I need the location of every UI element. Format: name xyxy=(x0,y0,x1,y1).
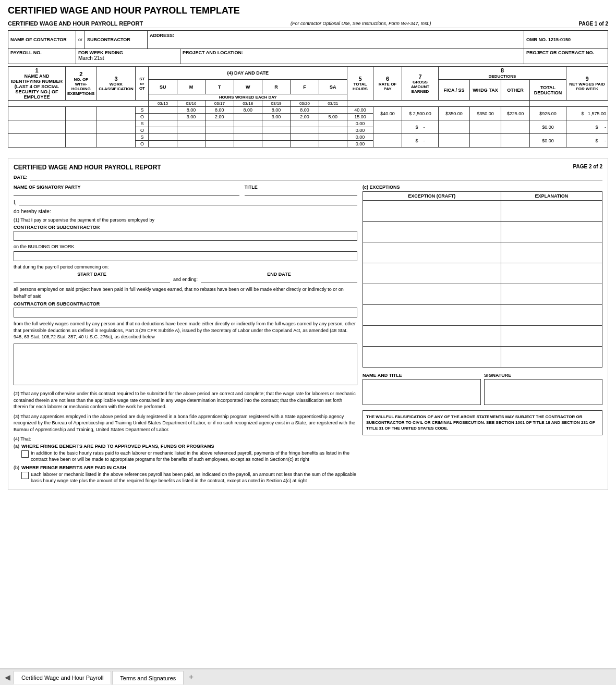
exception-craft-8[interactable] xyxy=(363,347,501,368)
exception-craft-4[interactable] xyxy=(363,263,501,284)
tab-add-button[interactable]: + xyxy=(185,671,197,683)
tab-certified-wage[interactable]: Certified Wage and Hour Payroll xyxy=(14,671,111,684)
name-title-box[interactable] xyxy=(363,379,481,405)
su-2s[interactable] xyxy=(149,120,177,127)
i-input[interactable] xyxy=(19,199,357,205)
description-textarea[interactable] xyxy=(14,344,357,385)
signature-box[interactable] xyxy=(484,379,602,405)
name-title-label: NAME AND TITLE xyxy=(363,373,481,378)
sa-1s[interactable] xyxy=(319,107,347,114)
work-class-1[interactable] xyxy=(96,107,136,120)
tab-terms-signatures[interactable]: Terms and Signatures xyxy=(112,671,184,684)
r-1s[interactable]: 8.00 xyxy=(262,107,290,114)
signatory-name-label: NAME OF SIGNATORY PARTY xyxy=(14,185,239,190)
su-1s[interactable] xyxy=(149,107,177,114)
sa-1o[interactable]: 5.00 xyxy=(319,114,347,120)
r-2s[interactable] xyxy=(262,120,290,127)
contractor-sub-input1[interactable] xyxy=(14,231,357,241)
start-date-input[interactable] xyxy=(14,277,170,283)
m-3s[interactable] xyxy=(177,134,205,141)
project-location-value[interactable] xyxy=(183,55,522,63)
exception-craft-5[interactable] xyxy=(363,284,501,305)
r-2o[interactable] xyxy=(262,127,290,134)
r-1o[interactable]: 3.00 xyxy=(262,114,290,120)
m-1s[interactable]: 8.00 xyxy=(177,107,205,114)
employee-name-3[interactable] xyxy=(8,134,66,148)
f-1o[interactable]: 2.00 xyxy=(291,114,319,120)
r-3o[interactable] xyxy=(262,141,290,148)
address-value[interactable] xyxy=(150,38,522,47)
building-work-input[interactable] xyxy=(14,251,357,261)
explanation-1[interactable] xyxy=(501,201,602,222)
explanation-5[interactable] xyxy=(501,284,602,305)
exception-craft-1[interactable] xyxy=(363,201,501,222)
employee-name-1[interactable] xyxy=(8,107,66,120)
t-1o[interactable]: 2.00 xyxy=(206,114,234,120)
work-class-3[interactable] xyxy=(96,134,136,148)
f-3o[interactable] xyxy=(291,141,319,148)
payroll-no-value[interactable] xyxy=(10,55,74,63)
sa-3o[interactable] xyxy=(319,141,347,148)
exemptions-3[interactable] xyxy=(66,134,96,148)
w-1o[interactable] xyxy=(234,114,262,120)
t-3s[interactable] xyxy=(206,134,234,141)
exemptions-1[interactable] xyxy=(66,107,96,120)
tab-nav-left[interactable]: ◀ xyxy=(3,671,13,683)
exception-craft-2[interactable] xyxy=(363,222,501,242)
sa-2s[interactable] xyxy=(319,120,347,127)
sa-3s[interactable] xyxy=(319,134,347,141)
m-1o[interactable]: 3.00 xyxy=(177,114,205,120)
w-2s[interactable] xyxy=(234,120,262,127)
explanation-2[interactable] xyxy=(501,222,602,242)
rate-1[interactable]: $40.00 xyxy=(373,107,402,120)
end-date-col: END DATE xyxy=(201,272,357,283)
work-class-2[interactable] xyxy=(96,120,136,134)
explanation-6[interactable] xyxy=(501,305,602,326)
m-3o[interactable] xyxy=(177,141,205,148)
f-3s[interactable] xyxy=(291,134,319,141)
exception-craft-7[interactable] xyxy=(363,326,501,347)
w-3o[interactable] xyxy=(234,141,262,148)
sub-a-checkbox[interactable] xyxy=(21,450,29,458)
t-2o[interactable] xyxy=(206,127,234,134)
rate-3[interactable] xyxy=(373,134,402,148)
su-1o[interactable] xyxy=(149,114,177,120)
explanation-7[interactable] xyxy=(501,326,602,347)
w-1s[interactable]: 8.00 xyxy=(234,107,262,114)
contractor-sub-label1: CONTRACTOR OR SUBCONTRACTOR xyxy=(14,225,357,230)
end-date-input[interactable] xyxy=(201,277,357,283)
signatory-name-input[interactable] xyxy=(14,190,239,196)
f-1s[interactable]: 8.00 xyxy=(291,107,319,114)
contractor-sub-input2[interactable] xyxy=(14,308,357,317)
date-input[interactable] xyxy=(30,174,602,180)
w-2o[interactable] xyxy=(234,127,262,134)
rate-2[interactable] xyxy=(373,120,402,134)
statement2-text: (2) That any payroll otherwise under thi… xyxy=(14,390,357,410)
explanation-8[interactable] xyxy=(501,347,602,368)
su-3o[interactable] xyxy=(149,141,177,148)
statement1-text: (1) That I pay or supervise the payment … xyxy=(14,217,357,223)
t-3o[interactable] xyxy=(206,141,234,148)
explanation-4[interactable] xyxy=(501,263,602,284)
su-3s[interactable] xyxy=(149,134,177,141)
project-contract-value[interactable] xyxy=(526,55,606,63)
m-2s[interactable] xyxy=(177,120,205,127)
employee-name-2[interactable] xyxy=(8,120,66,134)
m-2o[interactable] xyxy=(177,127,205,134)
f-2o[interactable] xyxy=(291,127,319,134)
sub-b-checkbox[interactable] xyxy=(21,472,29,479)
t-1s[interactable]: 8.00 xyxy=(206,107,234,114)
exception-craft-6[interactable] xyxy=(363,305,501,326)
exemptions-2[interactable] xyxy=(66,120,96,134)
title-input[interactable] xyxy=(245,190,357,196)
f-2s[interactable] xyxy=(291,120,319,127)
w-3s[interactable] xyxy=(234,134,262,141)
sa-2o[interactable] xyxy=(319,127,347,134)
exception-row-5 xyxy=(363,284,602,305)
t-2s[interactable] xyxy=(206,120,234,127)
su-2o[interactable] xyxy=(149,127,177,134)
explanation-3[interactable] xyxy=(501,242,602,263)
r-3s[interactable] xyxy=(262,134,290,141)
exception-craft-3[interactable] xyxy=(363,242,501,263)
page2-title: CERTIFIED WAGE AND HOUR PAYROLL REPORT xyxy=(14,164,161,171)
